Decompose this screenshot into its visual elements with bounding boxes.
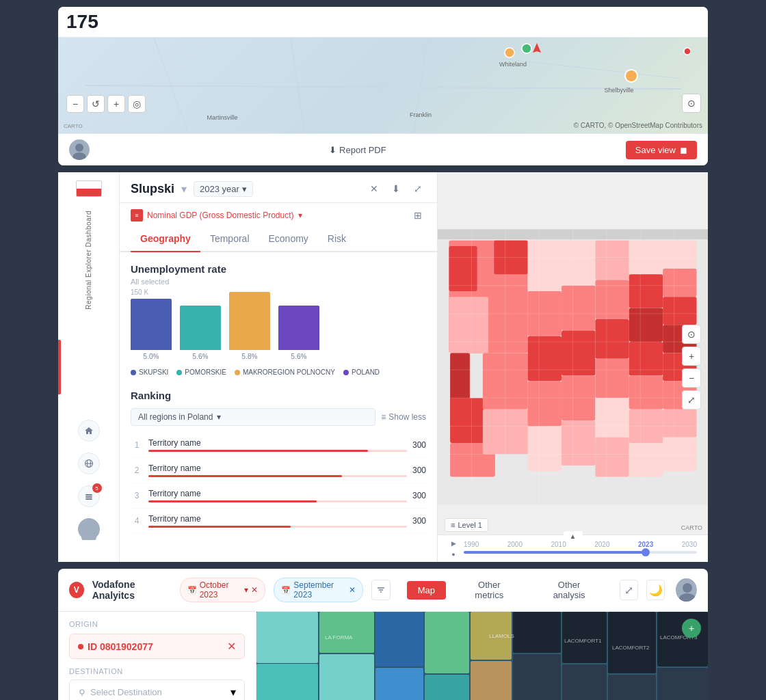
gdp-label-row: ≡ Nominal GDP (Gross Domestic Product) ▾… — [120, 203, 437, 226]
download-panel-btn[interactable]: ⬇ — [388, 180, 404, 197]
svg-rect-96 — [425, 612, 469, 673]
svg-rect-42 — [562, 420, 595, 466]
layers-btn[interactable]: ⊙ — [682, 94, 701, 113]
other-analysis-btn[interactable]: Other analysis — [533, 576, 606, 604]
map-float-btn[interactable]: + — [682, 619, 701, 638]
left-panel-header: Slupski ▾ 2023 year ▾ ✕ ⬇ ⤢ — [120, 172, 437, 203]
bar-label-4: 5.6% — [291, 353, 307, 360]
bar-2 — [180, 306, 221, 350]
svg-rect-48 — [595, 438, 629, 477]
svg-rect-53 — [629, 375, 663, 409]
theme-btn[interactable]: 🌙 — [646, 580, 665, 600]
date-1-close[interactable]: ✕ — [251, 585, 258, 595]
expand-panel-btn[interactable]: ⤢ — [410, 180, 426, 197]
user-avatar-3 — [676, 578, 697, 602]
svg-rect-52 — [629, 342, 663, 375]
svg-rect-45 — [595, 319, 629, 359]
collapse-btn[interactable]: ▲ — [564, 531, 583, 541]
gdp-info-btn[interactable]: ⊞ — [410, 207, 426, 224]
map-settings-btn[interactable]: ⊙ — [682, 325, 701, 344]
year-selector[interactable]: 2023 year ▾ — [194, 181, 253, 197]
panel-1: 175 Whiteland Martinsville Shelbyville F… — [58, 7, 708, 165]
fullscreen-btn-3[interactable]: ⤢ — [620, 580, 638, 600]
map-tab-btn[interactable]: Map — [407, 581, 446, 600]
sidebar-label: Regional Explorer Dashboard — [85, 211, 92, 310]
svg-point-85 — [683, 583, 692, 593]
calendar-icon-2: 📅 — [281, 586, 291, 595]
bar-pomorskie: 5.6% — [180, 306, 221, 360]
svg-line-2 — [414, 38, 427, 133]
stop-btn[interactable]: ● — [449, 550, 458, 559]
timeline-track[interactable]: 1990 2000 2010 2020 2023 2030 — [464, 541, 697, 556]
zoom-out-btn[interactable]: − — [66, 95, 84, 113]
tab-economy[interactable]: Economy — [259, 226, 318, 252]
panel-3-map: LA FORMA LLAMOLS LACOMFORT1 LACOMFORT2 L… — [256, 612, 708, 700]
ranking-dropdown[interactable]: All regions in Poland ▾ — [131, 408, 375, 426]
other-metrics-btn[interactable]: Other metrics — [454, 576, 525, 604]
locate-btn[interactable]: ◎ — [128, 95, 146, 113]
bar-makroregion: 5.8% — [229, 292, 270, 360]
svg-rect-107 — [657, 668, 708, 700]
svg-rect-29 — [450, 398, 484, 443]
gdp-dropdown-icon[interactable]: ▾ — [298, 211, 302, 220]
svg-rect-38 — [562, 241, 595, 286]
legend-dot-3 — [235, 370, 240, 375]
rank-num-4: 4 — [131, 516, 143, 526]
map-zoom-in-btn[interactable]: + — [682, 347, 701, 366]
layers-icon-btn[interactable]: 5 — [78, 485, 100, 507]
svg-text:Whiteland: Whiteland — [499, 61, 527, 68]
map-fullscreen-btn[interactable]: ⤢ — [682, 390, 701, 409]
right-map: IK ⊙ + − ⤢ ≡ Level 1 © CARTO, © OpenStre… — [438, 172, 708, 562]
svg-rect-19 — [85, 496, 92, 498]
region-dropdown-icon[interactable]: ▾ — [181, 183, 187, 196]
svg-rect-20 — [85, 498, 92, 500]
ranking-row-4: 4 Territory name 300 — [131, 509, 426, 534]
dest-dropdown[interactable]: Select Destination ▾ — [69, 679, 245, 700]
map-right-controls: ⊙ + − ⤢ — [682, 325, 701, 409]
save-view-btn[interactable]: Save view ◼ — [626, 141, 697, 159]
notification-badge: 5 — [92, 483, 102, 493]
bar-label-2: 5.6% — [193, 353, 209, 360]
play-btn[interactable]: ▶ — [449, 539, 458, 548]
report-pdf-btn[interactable]: ⬇ Report PDF — [329, 145, 386, 155]
bar-4 — [278, 306, 319, 350]
filter-btn[interactable] — [371, 580, 390, 600]
date-2-close[interactable]: ✕ — [349, 585, 356, 595]
panel-1-top: 175 — [58, 7, 708, 38]
bar-poland: 5.6% — [278, 306, 319, 360]
svg-rect-62 — [663, 409, 696, 438]
year-2000: 2000 — [507, 541, 523, 548]
close-panel-btn[interactable]: ✕ — [366, 180, 382, 197]
globe-btn[interactable] — [78, 453, 100, 474]
dest-chevron: ▾ — [230, 686, 236, 699]
brand-name: Vodafone Analyitcs — [92, 579, 172, 601]
rank-value-1: 300 — [412, 440, 426, 450]
rank-name-4: Territory name — [148, 514, 407, 524]
zoom-in-btn[interactable]: + — [107, 95, 125, 113]
svg-point-22 — [81, 532, 96, 540]
svg-rect-25 — [449, 246, 477, 291]
panel-3-left: Origin ID 0801902077 ✕ Destination Selec… — [58, 612, 256, 700]
origin-close-btn[interactable]: ✕ — [227, 640, 236, 653]
tab-temporal[interactable]: Temporal — [200, 226, 259, 252]
show-less-btn[interactable]: ≡ Show less — [381, 412, 426, 422]
reset-btn[interactable]: ↺ — [87, 95, 105, 113]
tabs-row: Geography Temporal Economy Risk — [120, 226, 437, 252]
level-badge[interactable]: ≡ Level 1 — [445, 518, 488, 532]
chart-title: Unemployment rate — [131, 263, 426, 275]
map-zoom-out-btn[interactable]: − — [682, 368, 701, 388]
timeline-rail[interactable] — [464, 551, 697, 554]
svg-text:LACOMFORT2: LACOMFORT2 — [612, 645, 650, 651]
tab-geography[interactable]: Geography — [131, 226, 200, 252]
left-panel: Slupski ▾ 2023 year ▾ ✕ ⬇ ⤢ ≡ Nominal GD… — [120, 172, 438, 562]
home-btn[interactable] — [78, 420, 100, 442]
date-pill-2[interactable]: 📅 September 2023 ✕ — [274, 578, 363, 602]
tab-risk[interactable]: Risk — [318, 226, 356, 252]
date-pill-1[interactable]: 📅 October 2023 ▾ ✕ — [180, 578, 266, 602]
svg-rect-91 — [256, 664, 318, 700]
svg-text:Martinsville: Martinsville — [207, 114, 237, 121]
date-2-label: September 2023 — [293, 580, 346, 600]
timeline-thumb[interactable] — [642, 548, 650, 556]
rank-info-2: Territory name — [148, 463, 407, 477]
svg-rect-90 — [256, 612, 318, 663]
